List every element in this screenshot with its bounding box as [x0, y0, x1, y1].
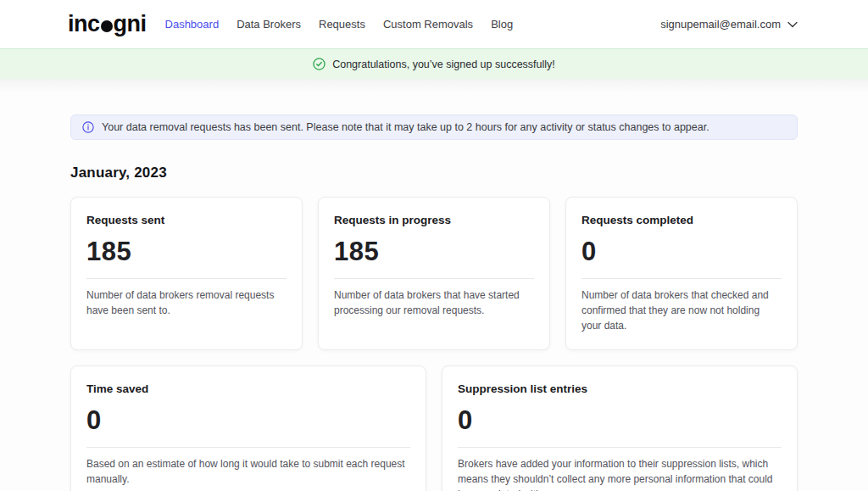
info-circle-icon: [82, 121, 94, 133]
incogni-logo[interactable]: inc gni: [68, 11, 147, 37]
stat-card-requests-in-progress: Requests in progress 185 Number of data …: [318, 197, 550, 350]
logo-text-left: inc: [68, 11, 100, 37]
stat-card-value: 185: [334, 237, 534, 267]
top-navbar: inc gni Dashboard Data Brokers Requests …: [0, 0, 868, 48]
stat-card-time-saved: Time saved 0 Based on an estimate of how…: [70, 365, 426, 491]
info-banner: Your data removal requests has been sent…: [70, 114, 798, 140]
success-banner: Congratulations, you’ve signed up succes…: [0, 48, 868, 79]
stat-card-value: 0: [458, 405, 782, 436]
info-banner-text: Your data removal requests has been sent…: [102, 121, 709, 133]
logo-dot-icon: [101, 20, 113, 32]
stat-card-title: Time saved: [86, 382, 410, 395]
chevron-down-icon: [787, 21, 798, 28]
stat-card-title: Requests sent: [86, 214, 287, 226]
logo-text-right: gni: [114, 11, 147, 37]
nav-item-custom-removals[interactable]: Custom Removals: [383, 18, 473, 31]
stat-card-title: Requests in progress: [334, 214, 534, 226]
success-banner-text: Congratulations, you’ve signed up succes…: [332, 59, 555, 70]
stat-card-description: Number of data brokers removal requests …: [86, 287, 287, 318]
stat-card-value: 0: [581, 237, 782, 267]
stat-card-requests-sent: Requests sent 185 Number of data brokers…: [70, 197, 303, 350]
stat-card-value: 0: [86, 405, 410, 436]
stat-card-description: Number of data brokers that checked and …: [581, 287, 782, 333]
period-title: January, 2023: [70, 165, 798, 181]
nav-item-data-brokers[interactable]: Data Brokers: [236, 18, 301, 31]
stats-row-top: Requests sent 185 Number of data brokers…: [70, 197, 798, 350]
stat-card-description: Number of data brokers that have started…: [334, 287, 534, 318]
nav-item-blog[interactable]: Blog: [491, 18, 513, 31]
stat-card-value: 185: [86, 237, 287, 267]
account-menu[interactable]: signupemail@email.com: [660, 18, 798, 31]
banner-fade: [0, 79, 868, 93]
check-circle-icon: [313, 58, 326, 70]
stat-card-description: Brokers have added your information to t…: [458, 456, 782, 491]
card-divider: [458, 447, 782, 448]
nav-item-requests[interactable]: Requests: [319, 18, 365, 31]
card-divider: [86, 278, 287, 279]
stat-card-requests-completed: Requests completed 0 Number of data brok…: [565, 197, 798, 350]
main-nav: Dashboard Data Brokers Requests Custom R…: [165, 18, 514, 31]
card-divider: [86, 447, 410, 448]
stats-row-bottom: Time saved 0 Based on an estimate of how…: [70, 365, 798, 491]
card-divider: [334, 278, 534, 279]
account-email: signupemail@email.com: [660, 18, 781, 31]
stat-card-suppression-list-entries: Suppression list entries 0 Brokers have …: [442, 365, 798, 491]
stat-card-title: Suppression list entries: [458, 382, 782, 395]
stat-card-title: Requests completed: [581, 214, 782, 226]
card-divider: [581, 278, 782, 279]
stat-card-description: Based on an estimate of how long it woul…: [86, 456, 410, 487]
nav-item-dashboard[interactable]: Dashboard: [165, 18, 220, 31]
